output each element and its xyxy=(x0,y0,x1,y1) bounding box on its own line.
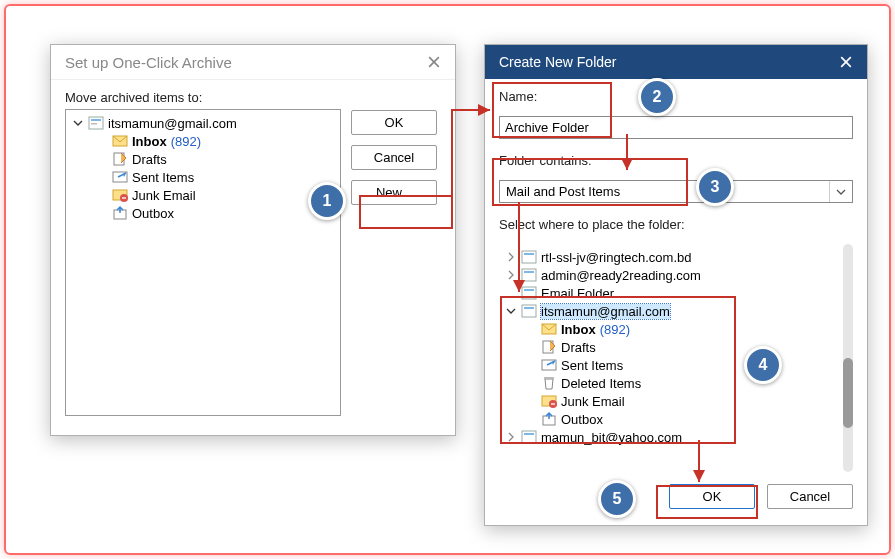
cancel-button[interactable]: Cancel xyxy=(351,145,437,170)
outbox-icon xyxy=(112,205,128,221)
contains-value: Mail and Post Items xyxy=(500,181,829,202)
junk-label: Junk Email xyxy=(561,394,625,409)
folder-label: Email Folder xyxy=(541,286,614,301)
ok-button[interactable]: OK xyxy=(669,484,755,509)
tree-deleted[interactable]: Deleted Items xyxy=(503,374,835,392)
tree-account[interactable]: mamun_bit@yahoo.com xyxy=(503,428,835,446)
svg-rect-14 xyxy=(524,289,534,291)
tree-inbox[interactable]: Inbox (892) xyxy=(70,132,336,150)
account-icon xyxy=(521,249,537,265)
tree-inbox[interactable]: Inbox (892) xyxy=(503,320,835,338)
outbox-icon xyxy=(541,411,557,427)
account-icon xyxy=(521,303,537,319)
svg-rect-16 xyxy=(524,307,534,309)
close-button[interactable] xyxy=(423,51,445,73)
chevron-down-icon[interactable] xyxy=(72,117,84,129)
callout-2: 2 xyxy=(638,78,676,116)
svg-rect-1 xyxy=(91,119,101,121)
chevron-right-icon[interactable] xyxy=(505,431,517,443)
account-label: itsmamun@gmail.com xyxy=(541,304,670,319)
folder-tree[interactable]: itsmamun@gmail.com Inbox (892) Drafts Se xyxy=(65,109,341,416)
tree-drafts[interactable]: Drafts xyxy=(503,338,835,356)
callout-3: 3 xyxy=(696,168,734,206)
archive-dialog: Set up One-Click Archive Move archived i… xyxy=(50,44,456,436)
junk-icon xyxy=(112,187,128,203)
account-label: admin@ready2reading.com xyxy=(541,268,701,283)
inbox-icon xyxy=(112,133,128,149)
svg-rect-13 xyxy=(522,287,536,299)
junk-icon xyxy=(541,393,557,409)
account-label: itsmamun@gmail.com xyxy=(108,116,237,131)
create-folder-dialog: Create New Folder Name: Folder contains:… xyxy=(484,44,868,526)
chevron-right-icon[interactable] xyxy=(505,251,517,263)
inbox-count: (892) xyxy=(600,322,630,337)
inbox-label: Inbox xyxy=(561,322,596,337)
scrollbar[interactable] xyxy=(843,244,853,472)
svg-rect-24 xyxy=(522,431,536,443)
scrollbar-thumb[interactable] xyxy=(843,358,853,428)
drafts-icon xyxy=(112,151,128,167)
account-label: mamun_bit@yahoo.com xyxy=(541,430,682,445)
inbox-count: (892) xyxy=(171,134,201,149)
ok-button[interactable]: OK xyxy=(351,110,437,135)
callout-5: 5 xyxy=(598,480,636,518)
callout-4: 4 xyxy=(744,346,782,384)
svg-rect-2 xyxy=(91,123,97,125)
folder-icon xyxy=(521,285,537,301)
inbox-label: Inbox xyxy=(132,134,167,149)
drafts-icon xyxy=(541,339,557,355)
titlebar: Set up One-Click Archive xyxy=(51,45,455,80)
chevron-down-icon[interactable] xyxy=(829,181,852,202)
drafts-label: Drafts xyxy=(132,152,167,167)
name-input[interactable] xyxy=(499,116,853,139)
chevron-down-icon[interactable] xyxy=(505,305,517,317)
close-button[interactable] xyxy=(835,51,857,73)
new-button[interactable]: New... xyxy=(351,180,437,205)
inbox-icon xyxy=(541,321,557,337)
tree-outbox[interactable]: Outbox xyxy=(503,410,835,428)
svg-rect-10 xyxy=(524,253,534,255)
close-icon xyxy=(428,56,440,68)
outbox-label: Outbox xyxy=(132,206,174,221)
name-label: Name: xyxy=(499,89,853,104)
contains-label: Folder contains: xyxy=(499,153,853,168)
tree-drafts[interactable]: Drafts xyxy=(70,150,336,168)
tree-account[interactable]: rtl-ssl-jv@ringtech.com.bd xyxy=(503,248,835,266)
trash-icon xyxy=(541,375,557,391)
contains-dropdown[interactable]: Mail and Post Items xyxy=(499,180,853,203)
callout-1: 1 xyxy=(308,182,346,220)
sent-label: Sent Items xyxy=(132,170,194,185)
account-icon xyxy=(88,115,104,131)
tree-account-selected[interactable]: itsmamun@gmail.com xyxy=(503,302,835,320)
sent-icon xyxy=(112,169,128,185)
tree-account[interactable]: admin@ready2reading.com xyxy=(503,266,835,284)
move-label: Move archived items to: xyxy=(65,90,341,105)
tree-sent[interactable]: Sent Items xyxy=(70,168,336,186)
tree-junk[interactable]: Junk Email xyxy=(503,392,835,410)
drafts-label: Drafts xyxy=(561,340,596,355)
outbox-label: Outbox xyxy=(561,412,603,427)
account-icon xyxy=(521,429,537,445)
folder-tree[interactable]: rtl-ssl-jv@ringtech.com.bd admin@ready2r… xyxy=(499,244,839,472)
place-label: Select where to place the folder: xyxy=(499,217,853,232)
tree-account[interactable]: itsmamun@gmail.com xyxy=(70,114,336,132)
tree-sent[interactable]: Sent Items xyxy=(503,356,835,374)
account-label: rtl-ssl-jv@ringtech.com.bd xyxy=(541,250,691,265)
tree-outbox[interactable]: Outbox xyxy=(70,204,336,222)
sent-label: Sent Items xyxy=(561,358,623,373)
tree-junk[interactable]: Junk Email xyxy=(70,186,336,204)
close-icon xyxy=(840,56,852,68)
dialog-title: Set up One-Click Archive xyxy=(65,54,232,71)
cancel-button[interactable]: Cancel xyxy=(767,484,853,509)
svg-rect-11 xyxy=(522,269,536,281)
chevron-right-icon[interactable] xyxy=(505,269,517,281)
junk-label: Junk Email xyxy=(132,188,196,203)
dialog-title: Create New Folder xyxy=(499,54,617,70)
svg-rect-15 xyxy=(522,305,536,317)
svg-rect-25 xyxy=(524,433,534,435)
account-icon xyxy=(521,267,537,283)
deleted-label: Deleted Items xyxy=(561,376,641,391)
svg-rect-20 xyxy=(544,377,554,379)
svg-rect-9 xyxy=(522,251,536,263)
tree-folder[interactable]: Email Folder xyxy=(503,284,835,302)
